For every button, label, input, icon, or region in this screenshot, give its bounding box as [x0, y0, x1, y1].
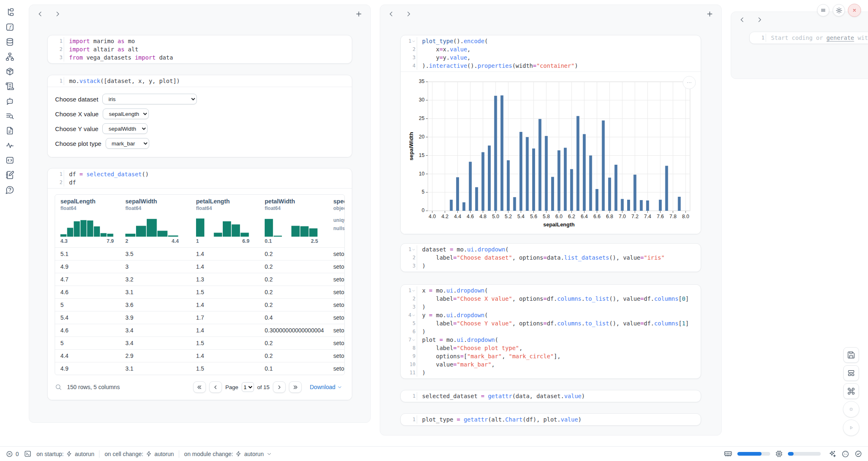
code-token: , [519, 345, 522, 351]
code-token: . [464, 337, 467, 343]
save-button[interactable] [843, 347, 859, 363]
generate-link[interactable]: generate [826, 35, 854, 41]
sidebar-item-file-explorer[interactable] [5, 8, 15, 17]
column-header-petalLength[interactable]: petalLengthfloat6416.9 [191, 195, 259, 248]
sidebar-item-help[interactable] [5, 185, 15, 194]
fold-chevron-icon[interactable] [412, 248, 416, 251]
sidebar-item-dependencies[interactable] [5, 52, 15, 61]
sidebar-item-variables[interactable]: ƒ [5, 23, 15, 32]
column-header-species[interactable]: speciesobjectunique:nulls: [328, 195, 344, 248]
history-back-button[interactable] [388, 10, 396, 18]
first-page-button[interactable] [193, 381, 206, 393]
table-row: 4.73.21.30.2setosa [55, 273, 344, 286]
code-token: df. [547, 320, 557, 327]
code-token: value [561, 416, 578, 423]
chevron-down-icon [337, 385, 342, 390]
code-token: data [156, 54, 173, 61]
next-page-button[interactable] [273, 381, 286, 393]
cell-editor[interactable]: 1dataset = mo.ui.dropdown(2 label="Choos… [401, 244, 701, 272]
run-button[interactable] [843, 420, 859, 436]
history-forward-button[interactable] [405, 10, 413, 18]
plot-type-dropdown[interactable]: mark_bar [106, 138, 149, 149]
column-header-petalWidth[interactable]: petalWidthfloat640.12.5 [259, 195, 328, 248]
code-cell-plot: 1plot_type().encode(2 x=x.value,3 y=y.va… [400, 35, 701, 234]
download-button[interactable]: Download [307, 383, 345, 391]
cell-editor[interactable]: 1df = selected_dataset()2df [48, 168, 352, 188]
column-header-sepalLength[interactable]: sepalLengthfloat644.37.9 [55, 195, 120, 248]
bar [583, 134, 586, 211]
last-page-button[interactable] [289, 381, 302, 393]
fold-chevron-icon[interactable] [412, 313, 416, 317]
code-line-content: dataset = mo.ui.dropdown( [417, 245, 509, 254]
search-icon[interactable] [55, 383, 62, 391]
line-number: 1 [401, 415, 417, 424]
y-value-dropdown[interactable]: sepalWidth [102, 123, 148, 134]
code-token: "Choose dataset" [457, 254, 512, 261]
sidebar-item-chat[interactable] [5, 97, 15, 106]
code-line-content: y=y.value, [417, 53, 471, 62]
sidebar-item-tracing[interactable] [5, 141, 15, 150]
table-cell: setosa [328, 337, 344, 350]
sidebar-item-packages[interactable] [5, 67, 15, 76]
code-token: (), value [609, 254, 640, 261]
line-number: 1 [750, 34, 766, 42]
sidebar-item-scratchpad[interactable] [5, 171, 15, 180]
column-header-sepalWidth[interactable]: sepalWidthfloat6424.4 [120, 195, 191, 248]
cell-editor[interactable]: 1Start coding or generate with [750, 32, 868, 44]
run-setting-startup[interactable]: on startup:autorun [37, 451, 95, 457]
connection-status-button[interactable] [854, 450, 862, 458]
sidebar-item-snippets[interactable] [5, 126, 15, 135]
table-cell: 4.9 [55, 260, 120, 273]
settings-button[interactable] [833, 4, 845, 16]
code-line: 2 label="Choose X value", options=df.col… [401, 295, 701, 303]
layout-button[interactable] [843, 365, 859, 381]
previous-page-button[interactable] [209, 381, 222, 393]
error-indicator[interactable]: 0 [6, 450, 19, 458]
cell-editor[interactable]: 1mo.vstack([dataset, x, y, plot]) [48, 75, 352, 87]
table: sepalLengthfloat644.37.9sepalWidthfloat6… [55, 195, 344, 375]
bar-chart[interactable]: 4.04.24.44.64.85.05.25.45.65.86.06.26.46… [406, 77, 695, 230]
terminal-button[interactable] [24, 450, 32, 458]
history-forward-button[interactable] [54, 10, 62, 18]
dataset-dropdown[interactable]: iris [102, 94, 197, 104]
page-select[interactable]: 1 [242, 382, 254, 392]
fold-chevron-icon[interactable] [412, 338, 416, 342]
fold-chevron-icon[interactable] [412, 289, 416, 293]
line-number: 2 [48, 45, 64, 53]
svg-text:8.0: 8.0 [682, 214, 689, 219]
ai-assist-button[interactable] [828, 450, 836, 458]
sidebar-item-outline[interactable] [5, 156, 15, 165]
mascot-button[interactable] [841, 450, 850, 458]
sidebar-item-logs[interactable] [5, 82, 15, 91]
cpu-meter [788, 452, 821, 456]
code-line-content: import altair as alt [64, 45, 139, 53]
close-button[interactable] [848, 4, 861, 17]
fold-chevron-icon[interactable] [412, 39, 416, 43]
run-setting-cell-change[interactable]: on cell change:autorun [104, 451, 174, 457]
command-palette-button[interactable] [843, 383, 859, 399]
history-forward-button[interactable] [756, 16, 764, 24]
history-back-button[interactable] [37, 10, 45, 18]
hist-bar [67, 228, 73, 237]
stop-button[interactable] [843, 401, 859, 417]
pagination: Page1of 15Download [193, 381, 345, 393]
run-setting-module-change[interactable]: on module change:autorun [184, 451, 272, 457]
code-cell-xy-dropdowns: 1x = mo.ui.dropdown(2 label="Choose X va… [400, 284, 701, 379]
cell-editor[interactable]: 1selected_dataset = getattr(data, datase… [401, 390, 701, 402]
add-cell-button[interactable] [355, 10, 363, 18]
sidebar-item-documentation[interactable] [5, 111, 15, 120]
code-token: encode [464, 38, 485, 44]
cell-editor[interactable]: 1x = mo.ui.dropdown(2 label="Choose X va… [401, 285, 701, 378]
cell-editor[interactable]: 1plot_type().encode(2 x=x.value,3 y=y.va… [401, 35, 701, 71]
hist-bar [214, 233, 222, 237]
cell-editor[interactable]: 1plot_type = getattr(alt.Chart(df), plot… [401, 414, 701, 425]
menu-button[interactable] [817, 4, 829, 16]
history-back-button[interactable] [739, 16, 747, 24]
svg-text:6.2: 6.2 [568, 214, 575, 219]
bar [475, 187, 478, 211]
chart-actions-button[interactable] [683, 76, 696, 89]
x-value-dropdown[interactable]: sepalLength [103, 108, 149, 119]
add-cell-button[interactable] [706, 10, 714, 18]
sidebar-item-data-sources[interactable] [5, 37, 15, 46]
cell-editor[interactable]: 1import marimo as mo2import altair as al… [48, 35, 352, 63]
